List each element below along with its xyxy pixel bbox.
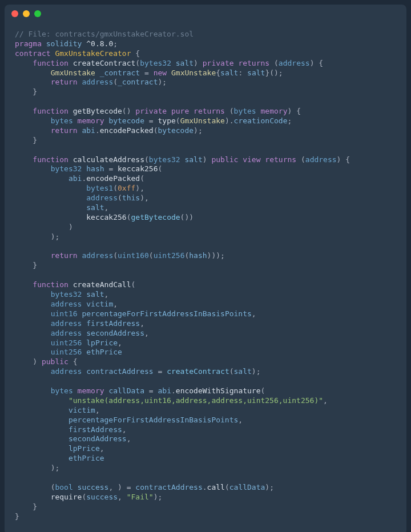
abi: abi	[158, 386, 171, 395]
param-type: bytes32	[140, 59, 171, 67]
fn-createcontract: createContract	[73, 59, 136, 67]
local-type: bytes	[51, 116, 73, 125]
function-kw: function	[33, 155, 68, 164]
p5-type: address	[51, 329, 82, 337]
maximize-icon[interactable]	[34, 10, 41, 17]
pure-kw: pure	[171, 107, 189, 115]
keccak: keccak256	[118, 164, 158, 173]
hash-arg: hash	[189, 251, 207, 260]
returns-kw: returns	[194, 107, 225, 115]
getbytecode-call: getBytecode	[131, 213, 180, 221]
createcontract-arg: salt	[234, 367, 252, 376]
ret-type: address	[279, 59, 310, 67]
address-call: address	[86, 194, 118, 202]
arg4: secondAddress	[68, 434, 127, 443]
returns-kw: returns	[238, 59, 269, 67]
local2-name: callData	[108, 386, 144, 395]
public-kw: public	[211, 155, 238, 164]
encodepacked: encodePacked	[100, 126, 154, 135]
abi: abi	[68, 174, 82, 183]
require-call: require	[51, 493, 82, 501]
memory-kw: memory	[78, 116, 104, 125]
hash-type: bytes32	[51, 164, 82, 173]
new-kw: new	[154, 68, 167, 77]
salt-val: salt	[247, 68, 265, 77]
arg5: lpPrice	[68, 444, 100, 453]
arg6: ethPrice	[68, 454, 104, 462]
arg2: percentageForFirstAddressInBasisPoints	[68, 416, 238, 424]
this: this	[122, 194, 140, 202]
local-name: _contract	[100, 68, 140, 77]
return-kw: return	[51, 126, 78, 135]
bool-type: bool	[55, 483, 72, 491]
return-kw: return	[51, 251, 78, 260]
memory-kw: memory	[261, 107, 288, 115]
function-kw: function	[33, 280, 68, 289]
p6-type: uint256	[51, 338, 82, 347]
address-cast: address	[82, 251, 113, 260]
local1-type: address	[51, 367, 82, 376]
solidity-ident: solidity	[46, 39, 82, 48]
param-name: salt	[184, 155, 202, 164]
version: ^0.8.0	[86, 39, 113, 48]
view-kw: view	[243, 155, 260, 164]
type-arg: GmxUnstake	[180, 116, 225, 125]
createcontract-call: createContract	[167, 367, 229, 376]
encodepacked: encodePacked	[86, 174, 140, 183]
pragma-kw: pragma	[15, 39, 42, 48]
contract-kw: contract	[15, 49, 51, 58]
p1-type: bytes32	[51, 290, 82, 299]
private-kw: private	[203, 59, 234, 67]
bytes1: bytes1	[86, 184, 113, 192]
p2-type: address	[51, 300, 82, 308]
param-name: salt	[176, 59, 194, 67]
p6-name: lpPrice	[86, 338, 118, 347]
success-name: success	[78, 483, 109, 491]
hash-name: hash	[86, 164, 104, 173]
fn-getbytecode: getBytecode	[73, 107, 122, 115]
p1-name: salt	[86, 290, 104, 299]
file-comment: // File: contracts/gmxUnstakeCreator.sol	[15, 30, 194, 38]
local2-type: bytes	[51, 386, 73, 395]
p5-name: secondAddress	[86, 329, 144, 337]
uint256: uint256	[154, 251, 185, 260]
ret-type: bytes	[234, 107, 256, 115]
ret-type: address	[305, 155, 337, 164]
local-name: bytecode	[108, 116, 144, 125]
p7-name: ethPrice	[86, 348, 122, 356]
keccak: keccak256	[86, 213, 126, 221]
ctor-type: GmxUnstake	[171, 68, 216, 77]
function-kw: function	[33, 107, 68, 115]
calldata-ref: callData	[229, 483, 265, 491]
contract-name: GmxUnstakeCreator	[55, 49, 131, 58]
code-window: // File: contracts/gmxUnstakeCreator.sol…	[5, 5, 406, 532]
sig-str: "unstake(address,uint16,address,address,…	[68, 396, 323, 405]
close-icon[interactable]	[11, 10, 18, 17]
encodewithsig: encodeWithSignature	[176, 386, 261, 395]
p4-name: firstAddress	[86, 319, 140, 328]
address-cast: address	[82, 78, 113, 86]
fn-calcaddr: calculateAddress	[73, 155, 144, 164]
type-kw: type	[158, 116, 176, 125]
creationcode: creationCode	[234, 116, 288, 125]
arg1: victim	[68, 406, 95, 414]
abi: abi	[82, 126, 95, 135]
call-method: call	[207, 483, 225, 491]
code-block: // File: contracts/gmxUnstakeCreator.sol…	[5, 23, 406, 532]
minimize-icon[interactable]	[23, 10, 30, 17]
hex-ff: 0xff	[118, 184, 135, 192]
function-kw: function	[33, 59, 68, 67]
p7-type: uint256	[51, 348, 82, 356]
param-type: bytes32	[149, 155, 180, 164]
require-arg: success	[86, 493, 118, 501]
p3-type: uint16	[51, 309, 78, 318]
return-kw: return	[51, 78, 78, 86]
salt-key: salt	[220, 68, 238, 77]
arg: bytecode	[158, 126, 194, 135]
memory-kw: memory	[78, 386, 104, 395]
local1-name: contractAddress	[86, 367, 153, 376]
window-titlebar	[5, 5, 406, 23]
arg3: firstAddress	[68, 425, 122, 434]
returns-kw: returns	[265, 155, 296, 164]
fn-createandcall: createAndCall	[73, 280, 131, 289]
